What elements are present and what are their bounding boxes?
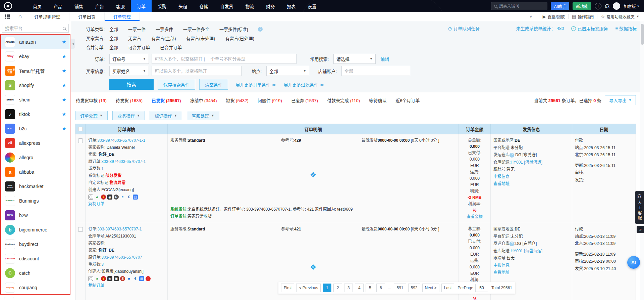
euro-icon[interactable]: € bbox=[133, 276, 138, 281]
link-text[interactable]: 1 bbox=[101, 166, 104, 171]
favorite-star-icon[interactable]: ★ bbox=[62, 111, 66, 117]
platform-item-ca[interactable]: ➤ca bbox=[0, 295, 71, 300]
help-icon[interactable]: ? bbox=[258, 27, 263, 32]
platform-item-b2c[interactable]: B2Cb2c★ bbox=[1, 121, 70, 136]
search-icon[interactable] bbox=[88, 195, 93, 200]
plant-icon[interactable]: ♣ bbox=[95, 276, 100, 281]
status-tab-待发货审核[interactable]: 待发货审核 (19) bbox=[76, 97, 107, 103]
pagination-first[interactable]: First bbox=[281, 284, 294, 292]
headset-icon[interactable]: ☊ bbox=[605, 3, 609, 9]
scrollbar-thumb[interactable] bbox=[641, 24, 644, 45]
platform-item-cdiscount[interactable]: Cdiscountcdiscount bbox=[1, 251, 70, 266]
perpage-input[interactable] bbox=[475, 284, 488, 292]
nav-item-报表[interactable]: 报表 bbox=[281, 0, 302, 12]
nav-item-产品[interactable]: 产品 bbox=[48, 0, 68, 12]
favorites-menu[interactable]: ☆ 常用功能收藏夹 ▼ bbox=[601, 14, 644, 19]
link-text[interactable]: 303-3974603-6570707-1-1 bbox=[97, 138, 145, 143]
link-text[interactable]: 303-3974603-6570707-1 bbox=[101, 159, 146, 164]
status-tab-已废弃[interactable]: 已废弃 (1537) bbox=[291, 97, 318, 103]
nav-item-仓储[interactable]: 仓储 bbox=[193, 0, 214, 12]
camera-icon[interactable]: ◉ bbox=[107, 276, 112, 281]
link-text[interactable]: 303-3974603-6570707 bbox=[101, 255, 142, 260]
loop-icon[interactable]: ↻ bbox=[114, 195, 119, 200]
more-order-conditions-link[interactable]: 展开更多订单条件 ≫ bbox=[235, 81, 276, 88]
pagination-page-1[interactable]: 1 bbox=[323, 284, 331, 292]
card-icon[interactable]: ▤ bbox=[139, 276, 144, 281]
platform-item-ebay[interactable]: ebayebay★ bbox=[1, 49, 70, 63]
nav-item-头程[interactable]: 头程 bbox=[172, 0, 193, 12]
data-metrics-link[interactable]: ≡ 数据指标 bbox=[615, 25, 637, 32]
order-queue-task-link[interactable]: ◷ 订单队列任务 bbox=[448, 25, 480, 32]
module-tab-订单出货[interactable]: 订单出货 bbox=[69, 12, 105, 21]
link-text[interactable]: 3 bbox=[101, 262, 104, 267]
human-customer-service-tab[interactable]: ☊ 人工客服 bbox=[635, 191, 644, 224]
link-text[interactable]: 复制订单 bbox=[88, 283, 104, 288]
platform-item-tiktok[interactable]: ♪tiktok★ bbox=[1, 107, 70, 121]
site-select[interactable]: 全部▼ bbox=[266, 66, 309, 76]
status-tab-冻结中[interactable]: 冻结中 (3454) bbox=[190, 97, 217, 103]
pagination-page-3[interactable]: 3 bbox=[344, 284, 353, 292]
vertical-scrollbar[interactable] bbox=[640, 21, 644, 300]
nav-item-采购[interactable]: 采购 bbox=[152, 0, 172, 12]
toolbar-button-业务操作[interactable]: 业务操作▼ bbox=[112, 111, 145, 120]
pagination-page-592[interactable]: 592 bbox=[408, 284, 420, 292]
plant-icon[interactable]: ♣ bbox=[95, 195, 100, 200]
pagination-page-4[interactable]: 4 bbox=[355, 284, 364, 292]
favorite-star-icon[interactable]: ★ bbox=[62, 39, 66, 45]
status-tab-问题件[interactable]: 问题件 (919) bbox=[258, 97, 282, 103]
home-icon[interactable]: ⌂ bbox=[15, 12, 25, 21]
link-text[interactable]: 申报信息 bbox=[493, 174, 509, 179]
filter-option-有留言(全部)[interactable]: 有留言(全部) bbox=[151, 35, 176, 41]
platform-item-alibaba[interactable]: aalibaba bbox=[1, 165, 70, 179]
pagination-last[interactable]: Last bbox=[441, 284, 454, 292]
search-button[interactable]: 搜索 bbox=[109, 79, 154, 90]
platform-item-b2w[interactable]: B2Wb2w bbox=[1, 208, 70, 222]
operation-guide-link[interactable]: ▤ 操作指南 bbox=[572, 14, 594, 19]
edit-common-search-link[interactable]: 编辑 bbox=[380, 56, 389, 62]
filter-option-一票一件多个[interactable]: 一票一件多个 bbox=[183, 26, 209, 32]
sidebar-collapse-handle[interactable]: ◀ bbox=[71, 39, 75, 49]
status-tab-缺货[interactable]: 缺货 (5432) bbox=[226, 97, 249, 103]
nav-item-首页[interactable]: 首页 bbox=[27, 0, 48, 12]
order-type-select[interactable]: 订单号▼ bbox=[109, 54, 149, 64]
status-tab-近6个月订单[interactable]: 近6个月订单 bbox=[395, 97, 420, 103]
enabled-label-service-link[interactable]: ✓ 已启用标发服务 bbox=[571, 25, 608, 32]
platform-item-Bunnings[interactable]: BUNNINGSBunnings bbox=[1, 194, 70, 208]
view-amount-link[interactable]: 查看金额 bbox=[467, 214, 483, 219]
e-logo-icon[interactable]: e bbox=[120, 195, 125, 200]
link-text[interactable]: HY001 [海邑海运] bbox=[511, 249, 542, 253]
disc-icon[interactable]: S bbox=[120, 276, 125, 281]
filter-option-有留言(未处理)[interactable]: 有留言(未处理) bbox=[186, 35, 215, 41]
global-search-input[interactable] bbox=[499, 4, 539, 8]
nav-item-设置[interactable]: 设置 bbox=[302, 0, 322, 12]
camera-icon[interactable]: ◉ bbox=[107, 195, 112, 200]
ai-assistant-button[interactable]: AI助手 bbox=[551, 2, 569, 10]
new-features-button[interactable]: 新功能 bbox=[573, 2, 591, 10]
module-tab-订单规则管理[interactable]: 订单规则管理 bbox=[25, 12, 69, 21]
card-icon[interactable]: ▤ bbox=[133, 195, 138, 200]
save-search-button[interactable]: 保存搜索条件 bbox=[158, 79, 195, 90]
nav-item-销售[interactable]: 销售 bbox=[68, 0, 89, 12]
favorite-star-icon[interactable]: ★ bbox=[62, 53, 66, 59]
favorite-star-icon[interactable]: ★ bbox=[62, 68, 66, 74]
global-search[interactable] bbox=[491, 2, 547, 10]
link-text[interactable]: HY001 [海邑海运] bbox=[511, 160, 542, 165]
box-icon[interactable]: ▣ bbox=[114, 276, 119, 281]
platform-item-Temu半托管[interactable]: TEMU 半托管Temu半托管★ bbox=[1, 63, 70, 78]
status-tab-待发货[interactable]: 待发货 (1635) bbox=[116, 97, 143, 103]
toolbar-button-客服处理[interactable]: 客服处理▼ bbox=[187, 111, 219, 120]
favorite-star-icon[interactable]: ★ bbox=[62, 82, 66, 88]
clear-conditions-button[interactable]: 清空条件 bbox=[199, 79, 228, 90]
help-icon[interactable]: ? bbox=[509, 153, 514, 158]
filter-option-全部[interactable]: 全部 bbox=[109, 44, 118, 50]
platform-item-bigcommerce[interactable]: bbigcommerce bbox=[1, 222, 70, 237]
filter-option-一票一件[interactable]: 一票一件 bbox=[128, 26, 146, 32]
nav-item-自发货[interactable]: 自发货 bbox=[214, 0, 239, 12]
buyer-name-input[interactable] bbox=[152, 66, 241, 76]
platform-item-backmarket[interactable]: Back Marketbackmarket bbox=[1, 179, 70, 194]
filter-option-有留言(已处理)[interactable]: 有留言(已处理) bbox=[225, 35, 254, 41]
platform-item-buydirect[interactable]: BuyDirectbuydirect bbox=[1, 237, 70, 251]
filter-option-一票多件[标准][interactable]: 一票多件[标准] bbox=[219, 26, 248, 32]
user-avatar[interactable] bbox=[613, 2, 620, 10]
toolbar-button-标记操作[interactable]: 标记操作▼ bbox=[150, 111, 182, 120]
